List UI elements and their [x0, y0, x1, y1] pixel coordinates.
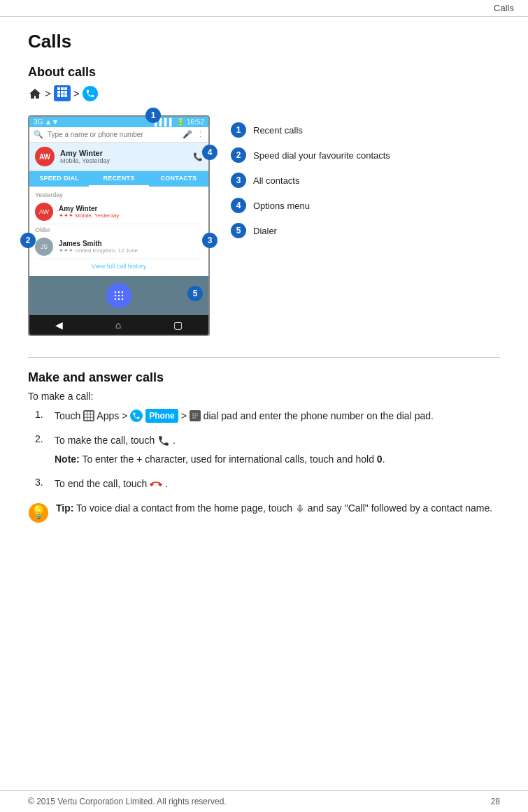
diagram-area: 1 2 3 4 5 3G ▲▼ ▌▌▌▌ 🔋 16:52 — [28, 115, 500, 336]
callout-1: 1 — [145, 108, 161, 123]
svg-text:💡: 💡 — [31, 505, 47, 520]
svg-rect-0 — [57, 87, 60, 90]
legend-item-4: 4 Options menu — [231, 198, 500, 213]
recent-item-2: JS James Smith ✦✦✦ United Kingdom, 12 Ju… — [35, 235, 203, 259]
step-content-2: To make the call, touch . Note: To enter… — [55, 433, 385, 467]
fab-dialpad-button[interactable] — [106, 283, 131, 308]
view-history-link[interactable]: View full call history — [35, 259, 203, 273]
battery-icon: 🔋 — [176, 118, 185, 126]
tip-icon: 💡 — [28, 502, 49, 523]
callout-2: 2 — [20, 233, 36, 248]
recent-item: AW Amy Winter ✦✦✦ Mobile, Yesterday — [35, 200, 203, 224]
step-num-3: 3. — [35, 477, 48, 488]
back-button[interactable]: ◀ — [55, 319, 63, 331]
dialpad-icon-inline — [190, 410, 201, 421]
svg-rect-2 — [64, 87, 67, 90]
svg-rect-24 — [85, 418, 87, 421]
about-calls-heading: About calls — [28, 65, 500, 80]
step-num-1: 1. — [35, 409, 48, 420]
mic-icon-search: 🎤 — [183, 130, 192, 139]
tip-label: Tip: — [56, 502, 73, 514]
phone-mockup: 1 2 3 4 5 3G ▲▼ ▌▌▌▌ 🔋 16:52 — [28, 115, 210, 336]
recents-button[interactable]: ▢ — [173, 319, 183, 331]
home-icon — [28, 87, 42, 100]
svg-rect-20 — [91, 412, 94, 414]
make-calls-heading: Make and answer calls — [28, 370, 500, 385]
svg-rect-26 — [91, 418, 94, 421]
legend-text-5: Dialer — [253, 226, 277, 236]
legend-item-3: 3 All contacts — [231, 173, 500, 188]
grid-icon — [54, 85, 71, 101]
search-icon: 🔍 — [34, 130, 43, 139]
tab-contacts[interactable]: CONTACTS — [149, 171, 208, 187]
search-input[interactable] — [48, 131, 178, 138]
svg-point-29 — [197, 414, 198, 415]
search-bar: 🔍 🎤 ⋮ — [29, 127, 208, 143]
recent-sub-james: ✦✦✦ United Kingdom, 12 June — [59, 247, 203, 254]
phone-icon-inline — [130, 409, 143, 422]
recent-avatar-amy: AW — [35, 203, 53, 221]
svg-rect-25 — [88, 418, 91, 421]
svg-point-17 — [122, 298, 124, 300]
svg-point-32 — [197, 416, 198, 417]
phone-screen: 3G ▲▼ ▌▌▌▌ 🔋 16:52 🔍 🎤 ⋮ AW — [28, 115, 210, 336]
status-bar: 3G ▲▼ ▌▌▌▌ 🔋 16:52 — [29, 117, 208, 127]
network-indicator: 3G ▲▼ — [34, 118, 59, 126]
svg-point-11 — [122, 291, 124, 293]
legend-item-5: 5 Dialer — [231, 223, 500, 238]
contact-sub: Mobile, Yesterday — [60, 157, 187, 164]
svg-rect-8 — [64, 94, 67, 97]
legend-text-3: All contacts — [253, 175, 299, 186]
recent-name-amy: Amy Winter — [59, 205, 203, 212]
grid-icon-inline — [83, 410, 94, 421]
step-content-3: To end the call, touch . — [55, 477, 168, 491]
home-button[interactable]: ⌂ — [115, 319, 121, 331]
phone-label-inline: Phone — [145, 409, 178, 423]
recent-info-amy: Amy Winter ✦✦✦ Mobile, Yesterday — [59, 205, 203, 219]
svg-rect-22 — [88, 415, 91, 418]
svg-rect-5 — [64, 91, 67, 94]
svg-point-27 — [192, 414, 194, 415]
svg-point-34 — [194, 418, 196, 419]
options-dots-icon: ⋮ — [197, 130, 204, 139]
intro-text: To make a call: — [28, 391, 500, 402]
callout-3: 3 — [202, 233, 217, 248]
call-icon-small: 📞 — [193, 152, 203, 161]
header-title: Calls — [494, 3, 514, 13]
legend-num-3: 3 — [231, 173, 246, 188]
svg-point-30 — [192, 416, 194, 417]
contact-avatar: AW — [35, 147, 55, 166]
svg-point-12 — [115, 295, 117, 297]
legend-num-4: 4 — [231, 198, 246, 213]
recents-date-yesterday: Yesterday — [35, 189, 203, 200]
legend-num-5: 5 — [231, 223, 246, 238]
header-bar: Calls — [0, 0, 528, 17]
page-title: Calls — [28, 31, 500, 52]
nav-separator-1: > — [45, 87, 51, 99]
svg-point-9 — [115, 291, 117, 293]
legend-text-1: Recent calls — [253, 125, 303, 136]
step-2: 2. To make the call, touch . Note: To — [28, 433, 500, 467]
section-divider — [28, 357, 500, 358]
status-bar-icons: ▌▌▌▌ 🔋 16:52 — [155, 118, 204, 126]
svg-rect-7 — [61, 94, 64, 97]
tab-recents[interactable]: RECENTS — [89, 171, 148, 187]
contact-row: AW Amy Winter Mobile, Yesterday 📞 — [29, 143, 208, 171]
nav-separator-2: > — [73, 87, 80, 99]
legend-num-1: 1 — [231, 122, 246, 138]
legend-num-2: 2 — [231, 147, 246, 163]
recent-avatar-james: JS — [35, 238, 53, 256]
tab-speed-dial[interactable]: SPEED DIAL — [29, 171, 89, 187]
step-content-1: Touch Apps > — [55, 409, 434, 423]
nav-bar: ◀ ⌂ ▢ — [29, 315, 208, 335]
step-3: 3. To end the call, touch . — [28, 477, 500, 491]
recents-date-older: Older — [35, 224, 203, 235]
legend-text-2: Speed dial your favourite contacts — [253, 150, 390, 161]
note-label: Note: — [55, 454, 80, 465]
recent-name-james: James Smith — [59, 240, 203, 247]
svg-rect-19 — [88, 412, 91, 414]
svg-rect-21 — [85, 415, 87, 418]
footer: © 2015 Vertu Corporation Limited. All ri… — [0, 790, 528, 812]
svg-rect-4 — [61, 91, 64, 94]
svg-rect-6 — [57, 94, 60, 97]
